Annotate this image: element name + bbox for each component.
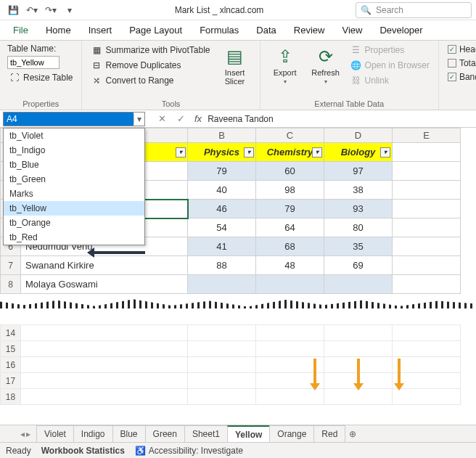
undo-icon[interactable]: ↶▾	[23, 1, 41, 19]
tab-insert[interactable]: Insert	[80, 20, 121, 40]
qat-more-icon[interactable]: ▾	[61, 1, 78, 19]
name-box-dropdown: tb_Violet tb_Indigo tb_Blue tb_Green Mar…	[3, 128, 145, 245]
tab-home[interactable]: Home	[37, 20, 80, 40]
insert-slicer-button[interactable]: ▤ Insert Slicer	[218, 44, 253, 86]
table-name-input[interactable]	[7, 56, 60, 69]
fx-icon[interactable]: fx	[192, 113, 205, 124]
resize-table-button[interactable]: ⛶Resize Table	[7, 71, 74, 84]
filter-icon[interactable]: ▾	[244, 147, 254, 158]
status-ready: Ready	[6, 446, 31, 456]
dropdown-item[interactable]: tb_Red	[4, 230, 144, 245]
annotation-arrow-down	[357, 359, 360, 385]
tab-review[interactable]: Review	[285, 20, 334, 40]
accessibility-icon: ♿	[135, 446, 146, 456]
tab-view[interactable]: View	[333, 20, 371, 40]
sheet-nav-next-icon[interactable]: ▸	[26, 429, 30, 439]
workbook-stats-button[interactable]: Workbook Statistics	[41, 446, 125, 456]
cancel-formula-icon[interactable]: ✕	[154, 112, 170, 126]
open-browser-button: 🌐Open in Browser	[349, 59, 431, 72]
table-name-label: Table Name:	[7, 44, 74, 54]
tab-file[interactable]: File	[4, 20, 37, 40]
name-box-dropdown-icon[interactable]: ▾	[134, 114, 144, 124]
pivot-icon: ▦	[91, 44, 102, 56]
filter-icon[interactable]: ▾	[176, 147, 186, 158]
ribbon: Table Name: ⛶Resize Table Properties ▦Su…	[0, 41, 476, 110]
col-header[interactable]: E	[393, 128, 461, 143]
sheet-tab[interactable]: Sheet1	[184, 425, 228, 442]
torn-edge	[0, 294, 476, 311]
tab-formulas[interactable]: Formulas	[191, 20, 247, 40]
group-label-properties: Properties	[7, 98, 74, 108]
dropdown-item[interactable]: Marks	[4, 187, 144, 201]
total-row-checkbox[interactable]: Total Row	[446, 57, 476, 69]
resize-icon: ⛶	[9, 72, 20, 83]
dropdown-item[interactable]: tb_Blue	[4, 158, 144, 172]
group-label-external: External Table Data	[268, 98, 431, 108]
dropdown-item[interactable]: tb_Green	[4, 172, 144, 187]
checkbox-checked-icon: ✓	[448, 73, 456, 81]
header-row-checkbox[interactable]: ✓Header Row	[446, 44, 476, 55]
remove-dup-icon: ⊟	[91, 60, 102, 71]
formula-text[interactable]: Raveena Tandon	[208, 114, 274, 124]
search-placeholder: Search	[376, 5, 403, 15]
status-bar: Ready Workbook Statistics ♿Accessibility…	[0, 442, 476, 458]
unlink-button: ⛓Unlink	[349, 74, 431, 87]
search-icon: 🔍	[361, 5, 372, 15]
group-external: ⇪Export▾ ⟳Refresh▾ ☰Properties 🌐Open in …	[260, 41, 439, 110]
filter-icon[interactable]: ▾	[312, 147, 322, 158]
save-icon[interactable]: 💾	[4, 1, 22, 19]
export-icon: ⇪	[278, 46, 292, 67]
group-style-options: ✓Header Row Total Row ✓Banded Rows	[439, 41, 476, 110]
sheet-nav-prev-icon[interactable]: ◂	[20, 429, 25, 439]
properties-icon: ☰	[350, 44, 362, 56]
annotation-arrow-left	[94, 251, 145, 254]
annotation-arrow-down	[313, 359, 316, 385]
table-header: Chemistry▾	[256, 143, 324, 162]
dropdown-item-selected[interactable]: tb_Yellow	[4, 201, 144, 216]
group-label-tools: Tools	[89, 98, 252, 108]
summarize-pivot-button[interactable]: ▦Summarize with PivotTable	[89, 44, 211, 57]
sheet-nav: ◂ ▸	[20, 429, 36, 439]
refresh-button[interactable]: ⟳Refresh▾	[308, 44, 343, 85]
window-title: Mark List _ xlncad.com	[83, 5, 356, 15]
export-button[interactable]: ⇪Export▾	[268, 44, 303, 85]
accessibility-button[interactable]: ♿Accessibility: Investigate	[135, 446, 243, 456]
table-header: Biology▾	[324, 143, 393, 162]
formula-bar-row: ▾ ✕ ✓ fx Raveena Tandon tb_Violet tb_Ind…	[0, 110, 476, 128]
sheet-tab-active[interactable]: Yellow	[227, 425, 270, 443]
banded-rows-checkbox[interactable]: ✓Banded Rows	[446, 71, 476, 83]
accept-formula-icon[interactable]: ✓	[173, 112, 189, 126]
dropdown-item[interactable]: tb_Orange	[4, 216, 144, 230]
search-box[interactable]: 🔍 Search	[356, 2, 472, 18]
sheet-tab[interactable]: Green	[145, 425, 185, 442]
quick-access-toolbar: 💾 ↶▾ ↷▾ ▾	[0, 1, 83, 19]
ribbon-tabs: File Home Insert Page Layout Formulas Da…	[0, 20, 476, 41]
convert-icon: ⤭	[91, 75, 102, 86]
convert-range-button[interactable]: ⤭Convert to Range	[89, 74, 211, 87]
tab-developer[interactable]: Developer	[371, 20, 431, 40]
dropdown-item[interactable]: tb_Violet	[4, 128, 144, 143]
name-box-input[interactable]	[4, 113, 134, 126]
title-bar: 💾 ↶▾ ↷▾ ▾ Mark List _ xlncad.com 🔍 Searc…	[0, 0, 476, 20]
redo-icon[interactable]: ↷▾	[42, 1, 60, 19]
unlink-icon: ⛓	[350, 75, 362, 86]
sheet-tab[interactable]: Indigo	[73, 425, 113, 442]
remove-duplicates-button[interactable]: ⊟Remove Duplicates	[89, 59, 211, 72]
dropdown-item[interactable]: tb_Indigo	[4, 143, 144, 158]
add-sheet-icon[interactable]: ⊕	[345, 426, 361, 442]
col-header[interactable]: C	[256, 128, 324, 143]
col-header[interactable]: D	[324, 128, 393, 143]
annotation-arrow-down	[398, 359, 401, 385]
filter-icon[interactable]: ▾	[380, 147, 390, 158]
tab-page-layout[interactable]: Page Layout	[120, 20, 191, 40]
slicer-icon: ▤	[226, 46, 243, 67]
tab-data[interactable]: Data	[247, 20, 284, 40]
sheet-tab-bar: ◂ ▸ Violet Indigo Blue Green Sheet1 Yell…	[0, 425, 476, 442]
name-box[interactable]: ▾	[3, 112, 145, 126]
sheet-tab[interactable]: Blue	[112, 425, 146, 442]
sheet-tab[interactable]: Red	[313, 425, 345, 442]
sheet-tab[interactable]: Violet	[36, 425, 74, 442]
ext-properties-button: ☰Properties	[349, 44, 431, 57]
sheet-tab[interactable]: Orange	[269, 425, 314, 442]
col-header[interactable]: B	[188, 128, 256, 143]
